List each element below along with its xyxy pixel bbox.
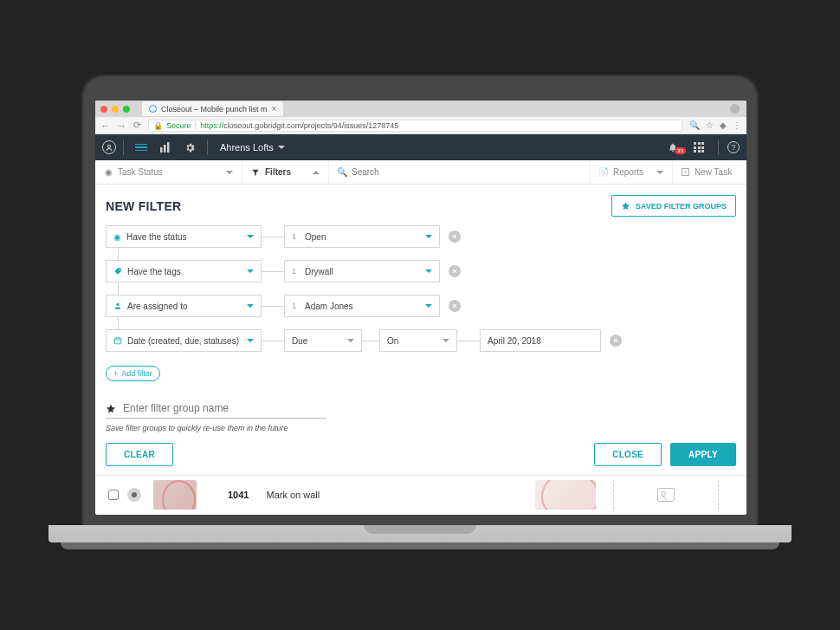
- chevron-down-icon: [226, 171, 233, 174]
- page-title: NEW FILTER: [106, 199, 182, 213]
- app-logo-icon[interactable]: [102, 140, 116, 154]
- chevron-up-icon: [313, 171, 320, 174]
- apply-button[interactable]: APPLY: [670, 443, 736, 466]
- add-filter-label: Add filter: [121, 369, 152, 378]
- image-placeholder-icon: [657, 488, 675, 502]
- star-icon: [106, 403, 116, 414]
- remove-filter-icon[interactable]: ×: [449, 231, 461, 243]
- analytics-icon[interactable]: [155, 142, 176, 153]
- filter-value-dropdown[interactable]: 1 Open: [284, 225, 440, 248]
- search-icon: 🔍: [338, 168, 346, 177]
- svg-rect-6: [114, 338, 121, 344]
- maximize-window-icon[interactable]: [123, 106, 130, 113]
- svg-rect-1: [160, 147, 163, 153]
- close-tab-icon[interactable]: ×: [272, 104, 277, 114]
- document-icon: 📄: [599, 168, 608, 177]
- saved-filter-groups-button[interactable]: SAVED FILTER GROUPS: [611, 195, 736, 217]
- search-input[interactable]: [352, 167, 581, 177]
- calendar-icon: [113, 336, 122, 345]
- chevron-down-icon: [425, 270, 432, 273]
- remove-filter-icon[interactable]: ×: [610, 334, 622, 347]
- filter-type-dropdown[interactable]: ◉ Have the status: [106, 225, 262, 248]
- chevron-down-icon: [443, 339, 449, 342]
- remove-filter-icon[interactable]: ×: [449, 300, 461, 312]
- new-task-label: New Task: [695, 167, 732, 177]
- laptop-foot: [61, 542, 779, 549]
- close-button[interactable]: CLOSE: [594, 443, 662, 466]
- tag-icon: [113, 267, 122, 276]
- reports-dropdown[interactable]: 📄 Reports: [591, 160, 673, 184]
- clear-button[interactable]: CLEAR: [106, 443, 173, 466]
- url: https://closeout.gobridgit.com/projects/…: [200, 121, 398, 130]
- thumbnail[interactable]: [153, 480, 197, 510]
- reports-label: Reports: [613, 167, 643, 177]
- bookmark-icon[interactable]: ☆: [706, 120, 714, 130]
- plus-icon: +: [113, 369, 118, 378]
- browser-tab[interactable]: Closeout – Mobile punch list m ×: [142, 101, 283, 116]
- new-task-button[interactable]: + New Task: [673, 160, 746, 184]
- forward-icon[interactable]: →: [117, 120, 126, 131]
- svg-rect-3: [167, 142, 170, 153]
- chevron-down-icon: [347, 339, 354, 342]
- filter-type-dropdown[interactable]: Have the tags: [106, 260, 262, 283]
- project-selector[interactable]: Ahrens Lofts: [220, 142, 285, 153]
- reload-icon[interactable]: ⟳: [133, 120, 141, 131]
- filter-count: 1: [292, 302, 302, 310]
- add-filter-button[interactable]: + Add filter: [106, 366, 160, 381]
- date-operator-label: On: [387, 336, 398, 346]
- menu-icon[interactable]: ⋮: [733, 120, 741, 130]
- filter-value: Drywall: [305, 267, 333, 276]
- issue-id: 1041: [228, 490, 249, 500]
- help-icon[interactable]: ?: [727, 141, 740, 153]
- filter-row-status: ◉ Have the status 1 Open ×: [106, 225, 736, 248]
- back-icon[interactable]: ←: [100, 120, 110, 131]
- filter-type-label: Are assigned to: [127, 302, 188, 311]
- window-controls[interactable]: [100, 106, 130, 113]
- star-icon: [621, 201, 630, 211]
- settings-gear-icon[interactable]: [179, 142, 200, 153]
- filters-toggle[interactable]: Filters: [242, 160, 329, 184]
- row-checkbox[interactable]: [108, 490, 119, 500]
- date-value-input[interactable]: April 20, 2018: [480, 329, 601, 352]
- filter-group-name-input[interactable]: [123, 402, 326, 414]
- filter-group-name-field[interactable]: [106, 402, 326, 419]
- table-row[interactable]: 1041 Mark on wall: [106, 476, 736, 510]
- close-window-icon[interactable]: [100, 106, 107, 113]
- filters-label: Filters: [265, 167, 291, 177]
- search-box[interactable]: 🔍: [329, 160, 591, 184]
- save-hint: Save filter groups to quickly re-use the…: [106, 424, 736, 432]
- filter-value: Adam Jones: [305, 302, 353, 311]
- filter-type-label: Date (created, due, statuses): [127, 336, 239, 346]
- zoom-icon[interactable]: 🔍: [689, 120, 700, 130]
- svg-rect-2: [164, 145, 166, 153]
- chevron-down-icon: [425, 235, 432, 238]
- saved-filter-groups-label: SAVED FILTER GROUPS: [636, 202, 727, 211]
- lock-icon: 🔒: [153, 121, 163, 130]
- apps-grid-icon[interactable]: [688, 142, 709, 153]
- laptop-notch: [364, 525, 476, 534]
- thumbnail[interactable]: [535, 480, 596, 510]
- filter-value-dropdown[interactable]: 1 Drywall: [284, 260, 440, 283]
- filter-toolbar: ◉ Task Status Filters 🔍 📄 Reports + New …: [95, 160, 746, 185]
- filter-count: 1: [292, 267, 302, 276]
- chevron-down-icon: [278, 146, 285, 149]
- filter-type-label: Have the tags: [127, 267, 181, 276]
- browser-profile-icon[interactable]: [730, 104, 740, 114]
- funnel-icon: [251, 168, 260, 177]
- task-status-dropdown[interactable]: ◉ Task Status: [95, 160, 242, 184]
- address-bar[interactable]: 🔒 Secure | https://closeout.gobridgit.co…: [148, 120, 682, 132]
- notifications-bell-icon[interactable]: 33: [662, 142, 683, 153]
- minimize-window-icon[interactable]: [112, 106, 119, 113]
- filter-type-dropdown[interactable]: Date (created, due, statuses): [106, 329, 262, 352]
- date-operator-dropdown[interactable]: On: [379, 329, 457, 352]
- issue-title: Mark on wall: [266, 490, 320, 500]
- date-field-dropdown[interactable]: Due: [284, 329, 362, 352]
- status-icon: ◉: [113, 232, 121, 242]
- remove-filter-icon[interactable]: ×: [449, 265, 461, 277]
- filter-value-dropdown[interactable]: 1 Adam Jones: [284, 295, 440, 317]
- browser-tabstrip: Closeout – Mobile punch list m ×: [95, 101, 746, 117]
- menu-hamburger-icon[interactable]: [131, 144, 152, 152]
- filter-type-dropdown[interactable]: Are assigned to: [106, 295, 262, 317]
- row-radio[interactable]: [127, 488, 141, 502]
- extension-icon[interactable]: ◆: [720, 120, 727, 130]
